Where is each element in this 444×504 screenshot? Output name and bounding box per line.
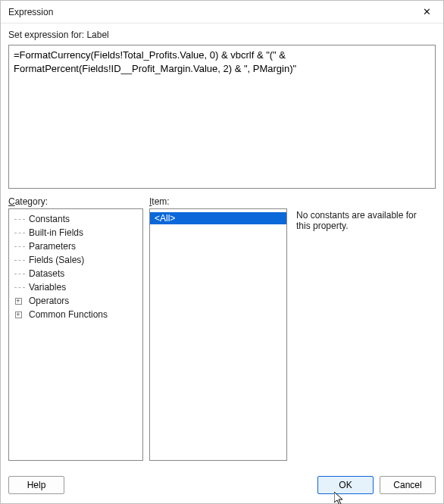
category-node-label: Built-in Fields [27, 227, 83, 238]
item-list[interactable]: <All> [149, 208, 287, 461]
close-icon: ✕ [423, 6, 431, 17]
tree-connector-icon [12, 287, 27, 288]
item-label: Item: [149, 196, 287, 208]
description-text: No constants are available for this prop… [293, 208, 436, 461]
category-node[interactable]: Parameters [9, 239, 142, 253]
category-node-label: Parameters [27, 241, 76, 252]
item-column: Item: <All> [149, 196, 287, 461]
help-button[interactable]: Help [8, 476, 64, 494]
category-tree[interactable]: ConstantsBuilt-in FieldsParametersFields… [8, 208, 143, 461]
dialog-footer: Help OK Cancel [1, 467, 443, 503]
category-node[interactable]: Datasets [9, 267, 142, 280]
columns: Category: ConstantsBuilt-in FieldsParame… [8, 196, 436, 461]
tree-connector-icon [12, 260, 27, 261]
tree-connector-icon [12, 219, 27, 220]
description-label-spacer [293, 196, 436, 208]
category-column: Category: ConstantsBuilt-in FieldsParame… [8, 196, 143, 461]
dialog-content: Set expression for: Label Category: Cons… [1, 23, 443, 467]
expand-icon[interactable]: + [12, 311, 27, 318]
close-button[interactable]: ✕ [410, 1, 443, 23]
tree-connector-icon [12, 233, 27, 233]
category-node-label: Fields (Sales) [27, 255, 84, 265]
expression-textarea[interactable] [8, 45, 436, 189]
category-node-label: Datasets [27, 268, 64, 279]
ok-button[interactable]: OK [317, 476, 374, 494]
category-node[interactable]: +Common Functions [9, 308, 142, 321]
category-label: Category: [8, 196, 143, 208]
category-node[interactable]: Constants [9, 212, 142, 226]
category-node[interactable]: +Operators [9, 294, 142, 308]
expand-icon[interactable]: + [12, 298, 27, 305]
category-node-label: Common Functions [27, 309, 108, 320]
item-row[interactable]: <All> [150, 212, 286, 224]
category-node-label: Operators [27, 296, 69, 306]
description-column: No constants are available for this prop… [293, 196, 436, 461]
set-expression-for-label: Set expression for: Label [8, 27, 436, 45]
titlebar: Expression ✕ [1, 1, 443, 23]
window-title: Expression [8, 7, 53, 17]
category-node-label: Constants [27, 214, 70, 224]
cancel-button[interactable]: Cancel [380, 476, 436, 494]
category-node[interactable]: Variables [9, 280, 142, 294]
category-node[interactable]: Fields (Sales) [9, 253, 142, 267]
tree-connector-icon [12, 274, 27, 274]
category-node-label: Variables [27, 282, 66, 293]
category-node[interactable]: Built-in Fields [9, 226, 142, 239]
tree-connector-icon [12, 246, 27, 247]
